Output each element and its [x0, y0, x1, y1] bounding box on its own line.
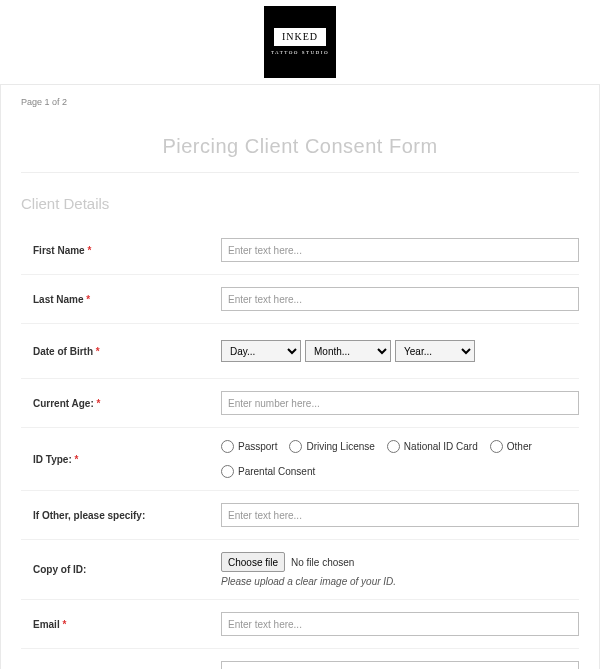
radio-other[interactable]: Other [490, 440, 532, 453]
label-if-other: If Other, please specify: [21, 510, 221, 521]
row-last-name: Last Name * [21, 275, 579, 324]
last-name-input[interactable] [221, 287, 579, 311]
required-mark: * [62, 619, 66, 630]
logo-line2: TATTOO STUDIO [264, 50, 336, 55]
radio-national[interactable]: National ID Card [387, 440, 478, 453]
form-title: Piercing Client Consent Form [21, 135, 579, 158]
radio-other-label: Other [507, 441, 532, 452]
row-id-type: ID Type: * Passport Driving License Nati… [21, 428, 579, 491]
required-mark: * [86, 294, 90, 305]
radio-national-input[interactable] [387, 440, 400, 453]
label-dob: Date of Birth * [21, 346, 221, 357]
radio-national-label: National ID Card [404, 441, 478, 452]
label-dob-text: Date of Birth [33, 346, 93, 357]
email-input[interactable] [221, 612, 579, 636]
required-mark: * [87, 245, 91, 256]
label-first-name: First Name * [21, 245, 221, 256]
row-if-other: If Other, please specify: [21, 491, 579, 540]
section-client-details: Client Details [21, 195, 579, 212]
label-last-name-text: Last Name [33, 294, 84, 305]
dob-month-select[interactable]: Month... [305, 340, 391, 362]
radio-driving-input[interactable] [289, 440, 302, 453]
label-current-age: Current Age: * [21, 398, 221, 409]
required-mark: * [97, 398, 101, 409]
label-id-type-text: ID Type: [33, 454, 72, 465]
row-copy-id: Copy of ID: Choose file No file chosen P… [21, 540, 579, 600]
mobile-input[interactable] [221, 661, 579, 669]
radio-other-input[interactable] [490, 440, 503, 453]
radio-parental-input[interactable] [221, 465, 234, 478]
radio-driving[interactable]: Driving License [289, 440, 374, 453]
radio-passport-input[interactable] [221, 440, 234, 453]
radio-parental-label: Parental Consent [238, 466, 315, 477]
radio-passport[interactable]: Passport [221, 440, 277, 453]
label-last-name: Last Name * [21, 294, 221, 305]
copy-id-help: Please upload a clear image of your ID. [221, 576, 579, 587]
row-email: Email * [21, 600, 579, 649]
label-first-name-text: First Name [33, 245, 85, 256]
first-name-input[interactable] [221, 238, 579, 262]
current-age-input[interactable] [221, 391, 579, 415]
radio-passport-label: Passport [238, 441, 277, 452]
row-dob: Date of Birth * Day... Month... Year... [21, 324, 579, 379]
required-mark: * [96, 346, 100, 357]
if-other-input[interactable] [221, 503, 579, 527]
dob-day-select[interactable]: Day... [221, 340, 301, 362]
row-current-age: Current Age: * [21, 379, 579, 428]
radio-driving-label: Driving License [306, 441, 374, 452]
logo: INKED TATTOO STUDIO [0, 0, 600, 84]
title-divider [21, 172, 579, 173]
label-id-type: ID Type: * [21, 454, 221, 465]
label-copy-id: Copy of ID: [21, 564, 221, 575]
row-first-name: First Name * [21, 226, 579, 275]
radio-parental[interactable]: Parental Consent [221, 465, 315, 478]
file-status: No file chosen [291, 557, 354, 568]
label-email-text: Email [33, 619, 60, 630]
dob-year-select[interactable]: Year... [395, 340, 475, 362]
required-mark: * [75, 454, 79, 465]
label-current-age-text: Current Age: [33, 398, 94, 409]
page-indicator: Page 1 of 2 [21, 97, 579, 107]
choose-file-button[interactable]: Choose file [221, 552, 285, 572]
label-email: Email * [21, 619, 221, 630]
row-mobile: Mobile * [21, 649, 579, 669]
logo-line1: INKED [274, 28, 326, 46]
